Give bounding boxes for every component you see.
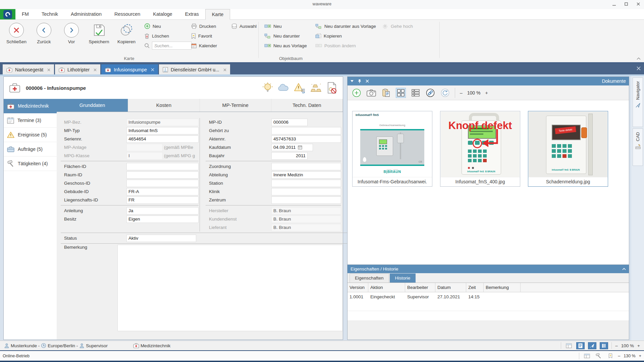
grid-view-button[interactable] <box>396 88 406 98</box>
menu-kataloge[interactable]: Kataloge <box>147 9 178 19</box>
column-header[interactable]: Datum <box>435 283 466 292</box>
search-input[interactable]: Suchen... <box>152 42 192 50</box>
geschoss-id-input[interactable] <box>126 180 199 187</box>
caret-down-icon[interactable] <box>351 80 354 82</box>
aktennr-input[interactable]: 457457633 <box>271 135 341 143</box>
bulb-icon[interactable] <box>262 82 273 94</box>
mp-anlage-input[interactable] <box>126 144 163 151</box>
sidebar-item-termine[interactable]: Termine (3) <box>4 113 57 128</box>
print-button[interactable]: Drucken <box>191 22 217 30</box>
link-button[interactable] <box>425 88 435 98</box>
favorite-button[interactable]: Favorit <box>191 32 217 40</box>
menu-extras[interactable]: Extras <box>179 9 205 19</box>
document-view-toggle-icon[interactable] <box>576 342 585 349</box>
navigator-toggle-icon[interactable] <box>588 342 596 349</box>
layout-toggle-icon[interactable] <box>565 342 573 349</box>
mpg-klasse-input[interactable]: I <box>126 152 163 160</box>
tree-new-from-template-button[interactable]: Neu aus Vorlage <box>264 42 307 49</box>
delete-button[interactable]: Löschen <box>144 32 192 40</box>
new-button[interactable]: Neu <box>144 22 192 30</box>
form-tab-techn-daten[interactable]: Techn. Daten <box>271 99 343 112</box>
app-zoom-in-button[interactable]: + <box>639 354 641 358</box>
status-input[interactable]: Aktiv <box>126 235 196 242</box>
menu-ressourcen[interactable]: Ressourcen <box>108 9 147 19</box>
station-input[interactable] <box>271 180 341 187</box>
dock-tab-cad[interactable]: CAD <box>633 128 643 166</box>
app-zoom-out-button[interactable]: – <box>618 354 620 358</box>
column-header[interactable]: Aktion <box>368 283 405 292</box>
column-header[interactable]: Bemerkung <box>484 283 521 292</box>
cloud-icon[interactable] <box>277 83 289 92</box>
tab-close-icon[interactable] <box>151 68 154 71</box>
flaechen-id-input[interactable] <box>126 163 199 170</box>
tab-eigenschaften[interactable]: Eigenschaften <box>350 274 389 283</box>
save-button[interactable]: Speichern <box>85 22 113 44</box>
main-zoom-in-button[interactable]: + <box>637 343 640 348</box>
paste-button[interactable] <box>381 88 391 98</box>
zoom-in-button[interactable]: + <box>485 90 488 96</box>
thumbnail-gebrauchsanweisung[interactable]: Infusomat® fmS Gebrauchsanweisung CE —— … <box>352 111 432 187</box>
ribbon-collapse-icon[interactable] <box>637 57 641 60</box>
selection-button[interactable]: Auswahl <box>231 22 257 30</box>
anleitung-input[interactable]: Ja <box>126 207 199 215</box>
maximize-button[interactable] <box>623 1 630 7</box>
form-tab-kosten[interactable]: Kosten <box>128 99 200 112</box>
zentrum-input[interactable] <box>271 196 341 204</box>
menu-fm[interactable]: FM <box>15 9 35 19</box>
minimize-button[interactable] <box>610 1 618 7</box>
form-tab-grunddaten[interactable]: Grunddaten <box>57 99 128 112</box>
thumbnail-schadenmeldung[interactable]: Taste defekt Infusomat® fmS B BRAUN Scha… <box>528 111 608 187</box>
tab-close-icon[interactable] <box>94 68 97 71</box>
column-header[interactable]: Zeit <box>466 283 484 292</box>
calendar-button[interactable]: Kalender <box>191 42 217 49</box>
sidebar-item-auftraege[interactable]: Aufträge (5) <box>4 142 57 157</box>
tree-new-below-template-button[interactable]: Neu darunter aus Vorlage <box>315 22 376 30</box>
tree-copy-button[interactable]: Kopieren <box>315 32 376 40</box>
table-row[interactable]: 1.0001 Eingecheckt Supervisor 27.10.2021… <box>347 292 629 301</box>
abteilung-input[interactable]: Innere Medizin <box>271 171 341 179</box>
tab-close-icon[interactable] <box>223 68 226 71</box>
kaufdatum-input[interactable]: 04.09.2011 7 <box>271 144 313 151</box>
kundendienst-input[interactable]: B. Braun <box>271 216 341 223</box>
sidebar-item-medizintechnik[interactable]: Medizintechnik <box>4 99 57 113</box>
tabbar-close-icon[interactable] <box>637 66 641 70</box>
warning-sync-icon[interactable] <box>294 82 306 93</box>
tree-new-button[interactable]: Neu <box>264 22 307 30</box>
raum-id-input[interactable] <box>126 171 199 179</box>
tab-historie[interactable]: Historie <box>390 274 416 283</box>
baujahr-input[interactable]: 2011 <box>271 152 308 160</box>
sidebar-item-taetigkeiten[interactable]: Tätigkeiten (4) <box>4 157 57 171</box>
main-zoom-out-button[interactable]: – <box>615 343 618 348</box>
list-view-button[interactable] <box>411 88 421 98</box>
column-header[interactable]: Bearbeiter <box>405 283 435 292</box>
zoom-out-button[interactable]: – <box>460 90 463 96</box>
besitz-input[interactable]: Eigen <box>126 216 199 223</box>
panel-close-icon[interactable] <box>366 79 369 83</box>
menu-administration[interactable]: Administration <box>64 9 108 19</box>
menu-technik[interactable]: Technik <box>35 9 64 19</box>
date-picker-icon[interactable]: 7 <box>298 145 302 149</box>
add-document-button[interactable] <box>352 88 362 98</box>
liegenschafts-id-input[interactable]: FR <box>126 196 199 204</box>
window-close-button[interactable] <box>635 1 642 7</box>
hersteller-input[interactable]: B. Braun <box>271 207 341 215</box>
document-blocked-icon[interactable] <box>327 82 337 94</box>
tab-infusionspumpe[interactable]: Infusionspumpe <box>101 64 158 75</box>
column-header[interactable]: Version <box>347 283 368 292</box>
mp-id-input[interactable]: 000006 <box>271 119 308 126</box>
sidebar-item-ereignisse[interactable]: Ereignisse (5) <box>4 128 57 142</box>
dock-tab-navigator[interactable]: Navigator <box>633 77 643 127</box>
tab-lithotripter[interactable]: Lithotripter <box>55 64 100 75</box>
tree-new-below-button[interactable]: Neu darunter <box>264 32 307 40</box>
mp-typ-input[interactable]: Infusomat fmS <box>126 127 199 134</box>
tab-close-icon[interactable] <box>47 68 50 71</box>
close-record-button[interactable]: Schließen <box>3 22 30 44</box>
panel-layout-icon[interactable] <box>583 352 591 359</box>
klinik-input[interactable] <box>271 188 341 195</box>
gebaeude-id-input[interactable]: FR-A <box>126 188 199 195</box>
form-tab-mp-termine[interactable]: MP-Termine <box>200 99 271 112</box>
pin-icon[interactable] <box>358 79 361 83</box>
app-logo[interactable] <box>0 9 15 19</box>
menu-karte[interactable]: Karte <box>205 9 230 20</box>
gehoert-zu-input[interactable] <box>271 127 341 134</box>
